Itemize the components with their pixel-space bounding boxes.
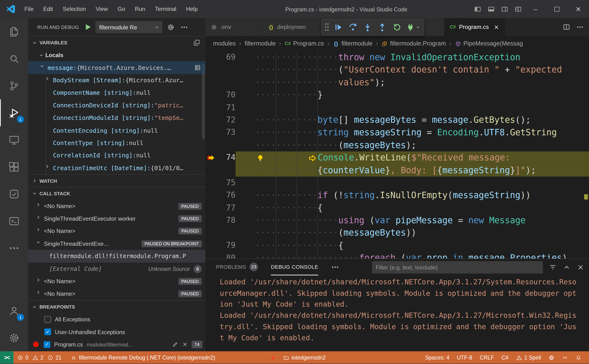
variable-row[interactable]: CorrelationId [string]: null (28, 149, 205, 162)
breakpoints-header[interactable]: BREAKPOINTS (28, 300, 205, 313)
split-editor-icon[interactable] (563, 23, 570, 31)
close-button[interactable]: × (568, 0, 589, 18)
code-line-wrap[interactable]: ················values"); (205, 76, 589, 89)
code-line-69[interactable]: 69················throw new InvalidOpera… (205, 51, 589, 64)
code-line-wrap[interactable]: ················(messageBytes)) (205, 227, 589, 239)
breakpoint-checkbox[interactable]: ✓ (44, 328, 51, 335)
menu-selection[interactable]: Selection (58, 0, 91, 18)
menu-file[interactable]: File (19, 0, 38, 18)
call-stack-thread-row[interactable]: <No Name>PAUSED (28, 275, 205, 288)
status-spaces-4[interactable]: Spaces: 4 (421, 351, 453, 364)
activitybar-terminal-icon[interactable] (0, 207, 28, 234)
close-panel-icon[interactable] (577, 263, 584, 271)
code-line-72[interactable]: 72············byte[] messageBytes = mess… (205, 114, 589, 126)
activitybar-explorer-icon[interactable] (0, 18, 28, 45)
more-actions-icon[interactable] (576, 23, 584, 31)
gear-icon[interactable] (166, 22, 176, 32)
activitybar-test-explorer-icon[interactable] (0, 180, 28, 207)
menu-edit[interactable]: Edit (38, 0, 58, 18)
status-globe[interactable] (545, 351, 558, 364)
activitybar-remote-explorer-icon[interactable] (0, 126, 28, 153)
breakpoint-row[interactable]: All Exceptions (28, 313, 205, 326)
drag-handle[interactable] (325, 22, 329, 32)
code-line-73[interactable]: 73············string messageString = Enc… (205, 126, 589, 139)
problems-status[interactable]: 0 2 21 (13, 351, 67, 364)
breadcrumb-item[interactable]: filtermodule.Program (382, 40, 446, 47)
variable-row[interactable]: ContentType [string]: null (28, 137, 205, 149)
activitybar-accounts-icon[interactable]: 1 (0, 297, 28, 324)
code-line-71[interactable]: 71 (205, 101, 589, 114)
view-grid-icon[interactable] (194, 64, 201, 71)
workspace-status[interactable]: iotedgemsdn2 (279, 351, 330, 364)
start-debugging-button[interactable] (83, 23, 92, 32)
code-line-wrap[interactable]: ················("UserContext doesn't co… (205, 64, 589, 76)
variable-row[interactable]: ConnectionDeviceId [string]: "patric… (28, 99, 205, 112)
debug-step-into-button[interactable] (361, 20, 375, 34)
variable-row[interactable]: ComponentName [string]: null (28, 86, 205, 99)
debug-step-out-button[interactable] (375, 20, 389, 34)
activitybar-source-control-icon[interactable] (0, 72, 28, 99)
variable-row[interactable]: ContentEncoding [string]: null (28, 124, 205, 137)
code-line-70[interactable]: 70············} (205, 89, 589, 101)
breadcrumb-item[interactable]: filtermodule (245, 40, 276, 47)
filter-icon[interactable] (549, 263, 557, 271)
debug-disconnect-button[interactable] (405, 20, 421, 34)
call-stack-thread-row[interactable]: SingleThreadEventExecutor workerPAUSED (28, 212, 205, 225)
variable-row[interactable]: message: {Microsoft.Azure.Devices.… (28, 61, 205, 74)
collapse-all-icon[interactable] (193, 39, 200, 46)
breakpoint-checkbox[interactable]: ✓ (44, 341, 51, 348)
status-utf-8[interactable]: UTF-8 (453, 351, 476, 364)
status-1-spell[interactable]: 1 Spell (512, 351, 545, 364)
watch-header[interactable]: WATCH (28, 174, 205, 187)
flame-status[interactable] (266, 351, 279, 364)
close-icon[interactable] (493, 24, 500, 30)
menu-view[interactable]: View (91, 0, 113, 18)
breakpoint-checkbox[interactable] (44, 316, 51, 323)
stack-frame-row[interactable]: filtermodule.dll!filtermodule.Program.P (28, 250, 205, 263)
status-broadcast[interactable] (558, 351, 572, 364)
filter-input[interactable] (376, 264, 539, 270)
breadcrumb-item[interactable]: PipeMessage(Messag (455, 40, 523, 47)
toggle-sidebar-icon[interactable] (471, 0, 484, 18)
activitybar-search-icon[interactable] (0, 45, 28, 72)
code-line-78[interactable]: 78················using (var pipeMessage… (205, 214, 589, 227)
minimize-button[interactable]: – (525, 0, 546, 18)
scope-row[interactable]: Locals (28, 49, 205, 61)
status-crlf[interactable]: CRLF (476, 351, 498, 364)
close-icon[interactable] (182, 341, 188, 348)
code-line-wrap[interactable]: ················(messageBytes); (205, 139, 589, 151)
panel-tab-problems[interactable]: PROBLEMS23 (216, 259, 258, 275)
variables-header[interactable]: VARIABLES (28, 36, 205, 49)
tab-env[interactable]: .env (205, 18, 263, 36)
remote-indicator[interactable]: >< (0, 351, 13, 364)
call-stack-thread-row[interactable]: SingleThreadEventExe…PAUSED ON BREAKPOIN… (28, 237, 205, 250)
panel-tab-debug-console[interactable]: DEBUG CONSOLE (271, 259, 318, 275)
code-line-80[interactable]: 80····················foreach (var prop … (205, 252, 589, 259)
call-stack-thread-row[interactable]: <No Name>PAUSED (28, 225, 205, 237)
breadcrumb-item[interactable]: C#Program.cs (285, 40, 324, 47)
variable-row[interactable]: CreationTimeUtc [DateTime]: {01/01/0… (28, 162, 205, 174)
more-panel-tabs-icon[interactable] (331, 263, 339, 271)
edit-icon[interactable] (172, 341, 178, 348)
debug-console[interactable]: Loaded '/usr/share/dotnet/shared/Microso… (205, 275, 589, 351)
call-stack-thread-row[interactable]: <No Name>PAUSED (28, 200, 205, 212)
debug-step-over-button[interactable] (346, 20, 360, 34)
breadcrumb-item[interactable]: {}filtermodule (333, 40, 373, 47)
call-stack-thread-row[interactable]: <No Name>PAUSED (28, 288, 205, 300)
breakpoint-row[interactable]: ✓Program.csmodules\filtermod…74 (28, 338, 205, 351)
customize-layout-icon[interactable] (511, 0, 525, 18)
activitybar-settings-icon[interactable] (0, 324, 28, 351)
code-line-77[interactable]: 77············{ (205, 202, 589, 214)
variable-row[interactable]: BodyStream [Stream]: {Microsoft.Azur… (28, 74, 205, 86)
debug-config-select[interactable]: filtermodule Re (96, 21, 162, 33)
debug-continue-button[interactable] (331, 20, 345, 34)
code-line-74[interactable]: 74········Console.WriteLine($"Received m… (205, 151, 589, 164)
toggle-secondary-sidebar-icon[interactable] (498, 0, 511, 18)
activitybar-more-icon[interactable] (0, 234, 28, 261)
menu-help[interactable]: Help (181, 0, 203, 18)
variable-row[interactable]: ConnectionModuleId [string]: "tempSe… (28, 112, 205, 124)
maximize-panel-icon[interactable] (563, 263, 570, 271)
menu-run[interactable]: Run (130, 0, 150, 18)
code-line-75[interactable]: 75 (205, 176, 589, 189)
debug-config-status[interactable]: filtermodule Remote Debug (.NET Core) (i… (67, 351, 219, 364)
